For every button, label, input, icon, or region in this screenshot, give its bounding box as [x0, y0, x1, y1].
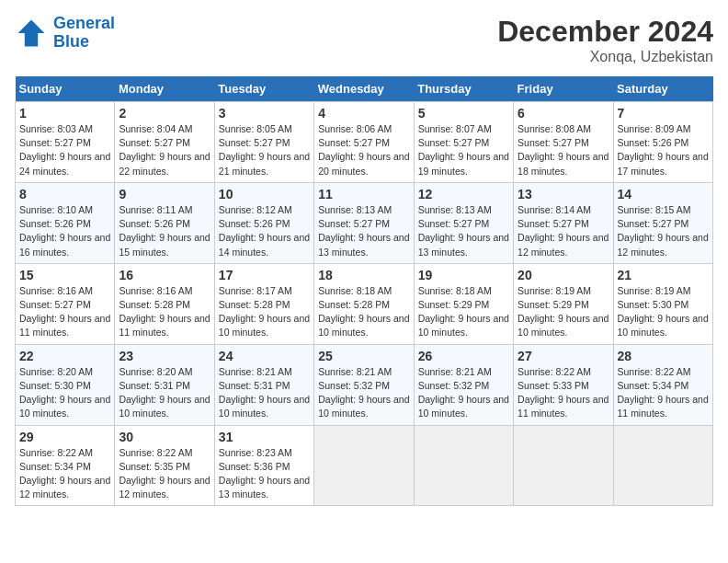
day-number: 9 [119, 187, 210, 201]
day-info: Sunrise: 8:03 AMSunset: 5:27 PMDaylight:… [19, 122, 110, 178]
day-info: Sunrise: 8:20 AMSunset: 5:31 PMDaylight:… [119, 365, 210, 421]
day-info: Sunrise: 8:21 AMSunset: 5:32 PMDaylight:… [418, 365, 509, 421]
title-block: December 2024 Xonqa, Uzbekistan [497, 15, 713, 65]
day-number: 4 [318, 106, 409, 121]
day-number: 1 [19, 106, 110, 121]
calendar-day-cell: 15 Sunrise: 8:16 AMSunset: 5:27 PMDaylig… [16, 263, 115, 344]
calendar-day-cell: 23 Sunrise: 8:20 AMSunset: 5:31 PMDaylig… [115, 344, 214, 425]
calendar-day-cell: 21 Sunrise: 8:19 AMSunset: 5:30 PMDaylig… [613, 263, 712, 344]
calendar-day-cell [613, 425, 712, 506]
calendar-day-cell: 4 Sunrise: 8:06 AMSunset: 5:27 PMDayligh… [314, 102, 414, 183]
calendar-day-cell: 16 Sunrise: 8:16 AMSunset: 5:28 PMDaylig… [115, 263, 214, 344]
calendar-day-cell: 3 Sunrise: 8:05 AMSunset: 5:27 PMDayligh… [214, 102, 313, 183]
day-info: Sunrise: 8:22 AMSunset: 5:34 PMDaylight:… [618, 365, 709, 421]
calendar-day-cell: 8 Sunrise: 8:10 AMSunset: 5:26 PMDayligh… [16, 182, 115, 263]
calendar-day-cell: 26 Sunrise: 8:21 AMSunset: 5:32 PMDaylig… [414, 344, 513, 425]
day-number: 10 [219, 187, 310, 201]
day-info: Sunrise: 8:10 AMSunset: 5:26 PMDaylight:… [19, 203, 110, 259]
calendar-day-cell: 19 Sunrise: 8:18 AMSunset: 5:29 PMDaylig… [414, 263, 513, 344]
day-info: Sunrise: 8:13 AMSunset: 5:27 PMDaylight:… [318, 203, 409, 259]
calendar-day-cell: 30 Sunrise: 8:22 AMSunset: 5:35 PMDaylig… [115, 425, 214, 506]
day-info: Sunrise: 8:04 AMSunset: 5:27 PMDaylight:… [119, 122, 210, 178]
header-day: Wednesday [314, 76, 414, 102]
calendar-day-cell [414, 425, 513, 506]
calendar-day-cell [514, 425, 613, 506]
calendar-day-cell: 1 Sunrise: 8:03 AMSunset: 5:27 PMDayligh… [16, 102, 115, 183]
calendar-week-row: 15 Sunrise: 8:16 AMSunset: 5:27 PMDaylig… [16, 263, 713, 344]
day-info: Sunrise: 8:19 AMSunset: 5:29 PMDaylight:… [518, 284, 609, 340]
header-row: SundayMondayTuesdayWednesdayThursdayFrid… [16, 76, 713, 102]
calendar-day-cell: 9 Sunrise: 8:11 AMSunset: 5:26 PMDayligh… [115, 182, 214, 263]
calendar-week-row: 29 Sunrise: 8:22 AMSunset: 5:34 PMDaylig… [16, 425, 713, 506]
day-number: 20 [518, 268, 609, 282]
logo-line1: General [53, 14, 115, 32]
day-number: 26 [418, 349, 509, 363]
logo: General Blue [15, 15, 115, 52]
header-day: Monday [115, 76, 214, 102]
day-number: 11 [318, 187, 409, 201]
day-number: 31 [219, 430, 310, 444]
calendar-day-cell: 11 Sunrise: 8:13 AMSunset: 5:27 PMDaylig… [314, 182, 414, 263]
day-number: 30 [119, 430, 210, 444]
logo-icon [15, 17, 48, 50]
day-number: 2 [119, 106, 210, 121]
calendar-day-cell: 29 Sunrise: 8:22 AMSunset: 5:34 PMDaylig… [16, 425, 115, 506]
calendar-week-row: 8 Sunrise: 8:10 AMSunset: 5:26 PMDayligh… [16, 182, 713, 263]
day-number: 21 [618, 268, 709, 282]
calendar-day-cell: 20 Sunrise: 8:19 AMSunset: 5:29 PMDaylig… [514, 263, 613, 344]
day-number: 28 [618, 349, 709, 363]
day-number: 27 [518, 349, 609, 363]
day-number: 6 [518, 106, 609, 121]
logo-text: General Blue [53, 15, 115, 52]
day-info: Sunrise: 8:08 AMSunset: 5:27 PMDaylight:… [518, 122, 609, 178]
day-info: Sunrise: 8:06 AMSunset: 5:27 PMDaylight:… [318, 122, 409, 178]
calendar-day-cell: 31 Sunrise: 8:23 AMSunset: 5:36 PMDaylig… [214, 425, 313, 506]
day-number: 5 [418, 106, 509, 121]
location: Xonqa, Uzbekistan [497, 49, 713, 65]
calendar-day-cell: 18 Sunrise: 8:18 AMSunset: 5:28 PMDaylig… [314, 263, 414, 344]
calendar-day-cell [314, 425, 414, 506]
day-number: 14 [618, 187, 709, 201]
day-info: Sunrise: 8:21 AMSunset: 5:32 PMDaylight:… [318, 365, 409, 421]
calendar-body: 1 Sunrise: 8:03 AMSunset: 5:27 PMDayligh… [16, 102, 713, 506]
svg-marker-1 [18, 19, 45, 46]
page-header: General Blue December 2024 Xonqa, Uzbeki… [15, 15, 713, 65]
calendar-week-row: 1 Sunrise: 8:03 AMSunset: 5:27 PMDayligh… [16, 102, 713, 183]
day-info: Sunrise: 8:22 AMSunset: 5:33 PMDaylight:… [518, 365, 609, 421]
day-number: 3 [219, 106, 310, 121]
day-info: Sunrise: 8:18 AMSunset: 5:29 PMDaylight:… [418, 284, 509, 340]
day-info: Sunrise: 8:11 AMSunset: 5:26 PMDaylight:… [119, 203, 210, 259]
day-info: Sunrise: 8:20 AMSunset: 5:30 PMDaylight:… [19, 365, 110, 421]
day-info: Sunrise: 8:16 AMSunset: 5:28 PMDaylight:… [119, 284, 210, 340]
header-day: Saturday [613, 76, 712, 102]
day-number: 17 [219, 268, 310, 282]
day-info: Sunrise: 8:07 AMSunset: 5:27 PMDaylight:… [418, 122, 509, 178]
day-info: Sunrise: 8:12 AMSunset: 5:26 PMDaylight:… [219, 203, 310, 259]
calendar-day-cell: 6 Sunrise: 8:08 AMSunset: 5:27 PMDayligh… [514, 102, 613, 183]
day-info: Sunrise: 8:17 AMSunset: 5:28 PMDaylight:… [219, 284, 310, 340]
day-info: Sunrise: 8:19 AMSunset: 5:30 PMDaylight:… [618, 284, 709, 340]
calendar-day-cell: 22 Sunrise: 8:20 AMSunset: 5:30 PMDaylig… [16, 344, 115, 425]
header-day: Sunday [16, 76, 115, 102]
calendar-day-cell: 27 Sunrise: 8:22 AMSunset: 5:33 PMDaylig… [514, 344, 613, 425]
day-info: Sunrise: 8:13 AMSunset: 5:27 PMDaylight:… [418, 203, 509, 259]
day-number: 15 [19, 268, 110, 282]
calendar-day-cell: 5 Sunrise: 8:07 AMSunset: 5:27 PMDayligh… [414, 102, 513, 183]
day-number: 23 [119, 349, 210, 363]
day-info: Sunrise: 8:22 AMSunset: 5:35 PMDaylight:… [119, 446, 210, 502]
calendar-day-cell: 25 Sunrise: 8:21 AMSunset: 5:32 PMDaylig… [314, 344, 414, 425]
calendar-table: SundayMondayTuesdayWednesdayThursdayFrid… [15, 76, 713, 506]
header-day: Thursday [414, 76, 513, 102]
calendar-day-cell: 10 Sunrise: 8:12 AMSunset: 5:26 PMDaylig… [214, 182, 313, 263]
calendar-day-cell: 12 Sunrise: 8:13 AMSunset: 5:27 PMDaylig… [414, 182, 513, 263]
day-info: Sunrise: 8:23 AMSunset: 5:36 PMDaylight:… [219, 446, 310, 502]
day-info: Sunrise: 8:15 AMSunset: 5:27 PMDaylight:… [618, 203, 709, 259]
calendar-day-cell: 14 Sunrise: 8:15 AMSunset: 5:27 PMDaylig… [613, 182, 712, 263]
month-title: December 2024 [497, 15, 713, 49]
calendar-header: SundayMondayTuesdayWednesdayThursdayFrid… [16, 76, 713, 102]
day-number: 13 [518, 187, 609, 201]
day-number: 19 [418, 268, 509, 282]
day-number: 29 [19, 430, 110, 444]
day-info: Sunrise: 8:18 AMSunset: 5:28 PMDaylight:… [318, 284, 409, 340]
calendar-day-cell: 7 Sunrise: 8:09 AMSunset: 5:26 PMDayligh… [613, 102, 712, 183]
